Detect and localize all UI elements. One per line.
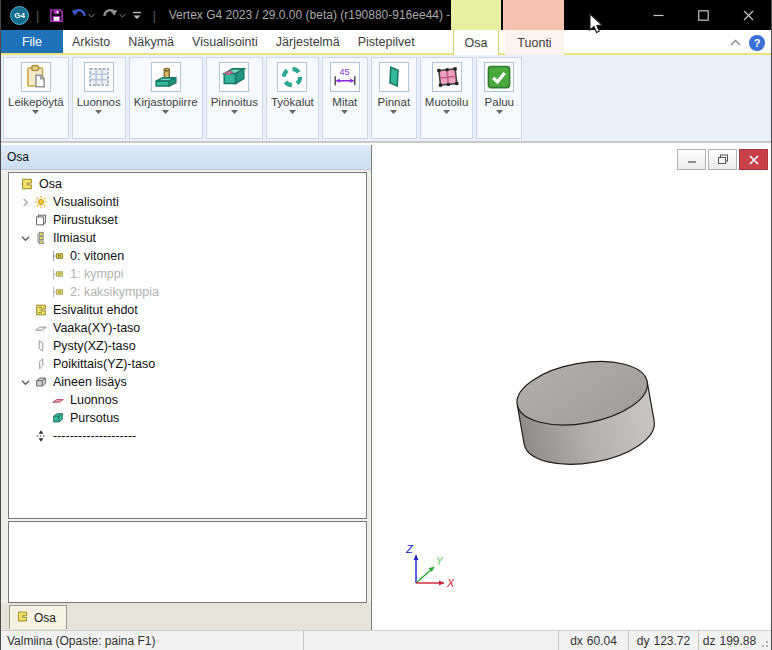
panel-tab-osa[interactable]: Osa [9,605,67,629]
tree-item-aineen-lisays[interactable]: Aineen lisäys [9,373,366,391]
ribbon-button-pinnat[interactable]: Pinnat [371,57,417,139]
tree-item-vitonen[interactable]: 0: vitonen [9,247,366,265]
tree-item-piirustukset[interactable]: Piirustukset [9,211,366,229]
clipboard-icon [21,62,51,92]
configuration-instance-icon [51,285,68,299]
ribbon-button-paluu[interactable]: Paluu [476,57,522,139]
coating-icon [219,62,249,92]
tree-item-vaaka-xy-taso[interactable]: Vaaka(XY)-taso [9,319,366,337]
dropdown-arrow-icon[interactable] [341,110,348,114]
ribbon-button-luonnos[interactable]: Luonnos [72,57,126,139]
chevron-right-icon[interactable] [17,198,34,207]
tab-nakyma[interactable]: Näkymä [119,30,183,53]
mouse-cursor [589,13,604,39]
ribbon-button-pinnoitus[interactable]: Pinnoitus [206,57,263,139]
close-window-button[interactable] [726,0,771,30]
tab-tuonti[interactable]: Tuonti [505,30,564,55]
status-spacer [303,631,558,650]
tree-item-label: Luonnos [70,393,118,407]
contextual-tab-color-tuonti [503,0,564,30]
configuration-instance-icon [51,249,68,263]
undo-button[interactable] [70,8,95,23]
undo-icon [70,8,88,23]
minimize-button[interactable] [636,0,681,30]
plane-xz-icon [34,339,51,353]
tab-jarjestelma[interactable]: Järjestelmä [267,30,349,53]
save-button[interactable] [49,8,64,23]
tab-osa[interactable]: Osa [453,30,499,55]
ribbon-button-tyokalut[interactable]: Työkalut [266,57,319,139]
tree-item-visualisointi[interactable]: Visualisointi [9,193,366,211]
tree-item-insert-marker[interactable]: -------------------- [9,427,366,445]
model-tree-panel: Osa Osa Visualisointi Piirustukset [1,145,372,630]
feature-tree[interactable]: Osa Visualisointi Piirustukset Ilmiasut [8,172,367,519]
panel-tab-label: Osa [34,611,56,625]
tab-arkisto[interactable]: Arkisto [63,30,119,53]
dimension-icon: 45 [330,62,360,92]
dropdown-arrow-icon[interactable] [95,110,102,114]
svg-text:45: 45 [339,67,349,77]
tree-item-pursotus[interactable]: Pursotus [9,409,366,427]
tree-item-label: 0: vitonen [70,249,124,263]
close-icon [749,155,759,165]
title-bar: G4 | | Vertex G4 2023 / 29.0.00 (beta) (… [1,0,771,30]
library-feature-icon [151,62,181,92]
tree-item-poikittais-yz-taso[interactable]: Poikittais(YZ)-taso [9,355,366,373]
plane-xy-icon [34,321,51,335]
x-axis-label: X [446,577,455,589]
dropdown-arrow-icon[interactable] [32,110,39,114]
tree-item-osa[interactable]: Osa [9,175,366,193]
tree-item-kaksikymppia[interactable]: 2: kaksikymppia [9,283,366,301]
document-restore-button[interactable] [708,149,737,170]
maximize-button[interactable] [681,0,726,30]
ribbon-button-mitat[interactable]: 45 Mitat [322,57,368,139]
3d-viewport[interactable]: Z Y X [372,145,771,630]
resize-grip[interactable] [759,638,769,648]
dropdown-arrow-icon[interactable] [289,110,296,114]
plane-yz-icon [34,357,51,371]
menu-arrow-icon [132,11,142,20]
app-window: G4 | | Vertex G4 2023 / 29.0.00 (beta) (… [0,0,772,650]
extrude-icon [51,411,68,425]
save-icon [49,8,64,23]
dropdown-arrow-icon[interactable] [390,110,397,114]
collapse-ribbon-icon[interactable] [730,39,741,46]
axis-triad: Z Y X [400,541,464,597]
tree-item-esivalitut-ehdot[interactable]: Esivalitut ehdot [9,301,366,319]
tree-item-pysty-xz-taso[interactable]: Pysty(XZ)-taso [9,337,366,355]
tab-visualisointi[interactable]: Visualisointi [183,30,267,53]
document-close-button[interactable] [739,149,768,170]
close-icon [743,10,754,21]
tab-file[interactable]: File [1,30,63,53]
chevron-down-icon[interactable] [17,378,34,387]
dropdown-arrow-icon[interactable] [443,110,450,114]
ribbon-button-label: Mitat [332,96,357,108]
document-minimize-button[interactable] [677,149,706,170]
tree-item-luonnos[interactable]: Luonnos [9,391,366,409]
tree-item-label: Pysty(XZ)-taso [53,339,136,353]
ribbon-tab-row: File Arkisto Näkymä Visualisointi Järjes… [1,30,771,55]
ribbon-button-muotoilu[interactable]: Muotoilu [420,57,473,139]
ribbon-button-label: Luonnos [77,96,121,108]
secondary-panel-area [8,521,367,603]
cylinder-model[interactable] [508,351,663,480]
ribbon-button-label: Työkalut [271,96,314,108]
customize-quick-access-button[interactable] [132,11,142,20]
dropdown-arrow-icon[interactable] [231,110,238,114]
dropdown-arrow-icon[interactable] [496,110,503,114]
dropdown-arrow-icon[interactable] [162,110,169,114]
tree-item-label: -------------------- [53,429,136,443]
tree-item-kymppi[interactable]: 1: kymppi [9,265,366,283]
tree-item-label: Aineen lisäys [53,375,127,389]
drawings-icon [34,213,51,227]
ribbon-button-leikepoyta[interactable]: Leikepöytä [3,57,69,139]
app-logo-icon[interactable]: G4 [10,6,29,25]
status-bar: Valmiina (Opaste: paina F1) dx60.04 dy12… [1,630,771,650]
ribbon-button-kirjastopiirre[interactable]: Kirjastopiirre [129,57,203,139]
tab-pistepilvet[interactable]: Pistepilvet [349,30,424,53]
tree-item-ilmiasut[interactable]: Ilmiasut [9,229,366,247]
redo-button[interactable] [101,8,126,23]
help-button[interactable]: ? [749,35,765,51]
tree-item-label: 1: kymppi [70,267,124,281]
chevron-down-icon[interactable] [17,234,34,243]
